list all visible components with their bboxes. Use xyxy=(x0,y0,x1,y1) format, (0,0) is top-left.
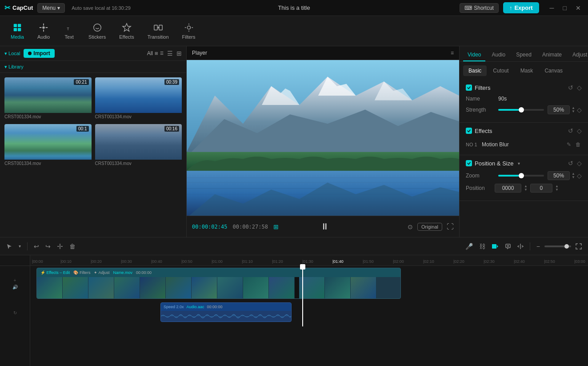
media-item[interactable]: 00:21 CRST001334.mov xyxy=(4,77,92,121)
player-canvas xyxy=(187,60,459,216)
tab-audio[interactable]: Audio xyxy=(487,49,510,61)
tool-media[interactable]: Media xyxy=(4,20,30,42)
filters-diamond-button[interactable]: ◇ xyxy=(577,84,582,91)
tab-video[interactable]: Video xyxy=(463,49,485,61)
local-dropdown[interactable]: ▾ Local xyxy=(4,51,20,56)
player-menu-button[interactable]: ≡ xyxy=(451,50,454,56)
effects-reset-button[interactable]: ↺ xyxy=(568,127,573,134)
maximize-button[interactable]: □ xyxy=(560,4,569,12)
track-label: ⚡ Effects – Edit 🎨 Filters ✦ Adjust Name… xyxy=(37,268,400,277)
media-item[interactable]: 00:1 CRST001334.mov xyxy=(4,124,92,167)
filters-strength-down[interactable]: ▼ xyxy=(571,110,576,113)
export-button[interactable]: ↑ Export xyxy=(503,2,539,13)
tab-animate[interactable]: Animate xyxy=(538,49,566,61)
position-x-input[interactable]: 0000 xyxy=(495,184,521,193)
position-reset-button[interactable]: ↺ xyxy=(568,160,573,167)
position-title: Position & Size xyxy=(475,160,513,167)
position-checkbox[interactable] xyxy=(466,160,472,166)
playhead-handle[interactable] xyxy=(300,264,305,269)
position-y-input[interactable]: 0 xyxy=(530,184,552,193)
menu-button[interactable]: Menu ▾ xyxy=(37,3,65,13)
effect-delete-button[interactable]: 🗑 xyxy=(575,141,582,149)
thumb-cell xyxy=(140,277,166,298)
close-button[interactable]: ✕ xyxy=(573,4,584,12)
basic-tab-basic[interactable]: Basic xyxy=(463,65,487,76)
split-button[interactable] xyxy=(55,241,65,251)
position-y-down[interactable]: ▼ xyxy=(554,188,560,192)
original-badge[interactable]: Original xyxy=(417,223,442,231)
timeline-zoom-slider[interactable] xyxy=(544,245,571,247)
ruler-mark: |00:50 xyxy=(181,259,192,264)
position-diamond-button[interactable]: ◇ xyxy=(577,160,582,167)
tool-stickers[interactable]: Stickers xyxy=(82,20,112,42)
video-track-btn[interactable] xyxy=(490,241,500,251)
position-x-down[interactable]: ▼ xyxy=(523,188,528,192)
effects-edit-label: ⚡ Effects – Edit xyxy=(40,270,70,275)
tool-effects[interactable]: Effects xyxy=(113,20,140,42)
zoom-slider[interactable] xyxy=(498,175,544,177)
undo-button[interactable]: ↩ xyxy=(32,241,41,252)
tool-filters[interactable]: Filters xyxy=(176,20,202,42)
shortcut-button[interactable]: ⌨ Shortcut xyxy=(460,3,499,13)
position-chevron[interactable]: ▾ xyxy=(518,161,520,166)
cursor-dropdown[interactable]: ▾ xyxy=(17,242,23,250)
mic-button[interactable]: 🎤 xyxy=(464,241,475,252)
filters-strength-slider[interactable] xyxy=(498,109,544,111)
effects-diamond-button[interactable]: ◇ xyxy=(577,127,582,134)
tool-text[interactable]: T Text xyxy=(57,20,81,42)
playhead[interactable] xyxy=(302,266,303,326)
grid-icon[interactable]: ⊞ xyxy=(273,223,279,230)
video-track[interactable]: ⚡ Effects – Edit 🎨 Filters ✦ Adjust Name… xyxy=(36,268,401,299)
library-link[interactable]: ▾ Library xyxy=(4,64,24,69)
filters-checkbox[interactable] xyxy=(466,84,472,91)
filters-reset-button[interactable]: ↺ xyxy=(568,84,573,91)
crop-icon[interactable]: ⊙ xyxy=(408,223,413,230)
split-audio-btn[interactable] xyxy=(516,241,525,251)
delete-button[interactable]: 🗑 xyxy=(68,241,77,252)
svg-text:T: T xyxy=(67,27,69,31)
audio-track[interactable]: Speed 2.0x Audio.aac 00:00:00 xyxy=(160,302,292,322)
list-view-btn[interactable]: ☰ xyxy=(167,50,173,57)
tool-transition[interactable]: Transition xyxy=(141,20,175,42)
add-media-btn[interactable]: + xyxy=(14,278,16,283)
media-item[interactable]: 00:39 CRST001334.mov xyxy=(95,77,182,121)
minimize-button[interactable]: ─ xyxy=(547,4,557,12)
media-item[interactable]: 00:16 CRST001334.mov xyxy=(95,124,182,167)
timeline-toolbar: ▾ ↩ ↪ 🗑 🎤 ⛓ − xyxy=(0,237,588,255)
filters-strength-diamond[interactable]: ◇ xyxy=(577,106,582,113)
grid-view-btn[interactable]: ⊞ xyxy=(176,50,182,57)
effects-checkbox[interactable] xyxy=(466,128,472,134)
all-filter[interactable]: All ⊞ ☰ xyxy=(147,50,164,56)
link-button[interactable]: ⛓ xyxy=(477,241,487,252)
zoom-value-input[interactable]: 50% xyxy=(548,171,570,180)
basic-tab-mask[interactable]: Mask xyxy=(515,65,539,76)
import-button[interactable]: Import xyxy=(24,49,54,58)
filters-strength-input[interactable]: 50% xyxy=(548,105,570,114)
track-gap xyxy=(295,277,299,298)
zoom-diamond[interactable]: ◇ xyxy=(577,172,582,179)
ruler-mark: |02:40 xyxy=(514,259,525,264)
tab-speed[interactable]: Speed xyxy=(512,49,536,61)
effect-edit-button[interactable]: ✎ xyxy=(566,141,572,149)
basic-tab-cutout[interactable]: Cutout xyxy=(488,65,514,76)
redo-button[interactable]: ↪ xyxy=(44,241,52,252)
ruler-mark: |00:20 xyxy=(91,259,102,264)
zoom-down[interactable]: ▼ xyxy=(571,176,576,179)
effects-section: Effects ↺ ◇ NO 1 Motion Blur ✎ 🗑 xyxy=(460,123,588,155)
logo-icon: ✂ xyxy=(4,4,10,12)
player-header: Player ≡ xyxy=(187,46,459,60)
cursor-tool[interactable] xyxy=(4,241,14,251)
playback-time-current: 00:00:02:45 xyxy=(192,224,227,230)
filters-label: 🎨 Filters xyxy=(73,270,90,275)
basic-tab-canvas[interactable]: Canvas xyxy=(539,65,568,76)
zoom-fit-btn[interactable] xyxy=(574,241,584,251)
zoom-out-btn[interactable]: − xyxy=(535,241,542,252)
audio-link-btn[interactable] xyxy=(503,241,513,251)
audio-track-icon[interactable]: 🔊 xyxy=(12,285,18,290)
fullscreen-button[interactable]: ⛶ xyxy=(447,223,454,231)
left-panel-header: ▾ Local Import All ⊞ ☰ ☰ ⊞ xyxy=(0,46,186,61)
refresh-icon[interactable]: ↻ xyxy=(13,310,17,315)
tab-adjust[interactable]: Adjust xyxy=(568,49,588,61)
play-pause-button[interactable]: ⏸ xyxy=(320,221,329,232)
tool-audio[interactable]: Audio xyxy=(31,20,56,42)
